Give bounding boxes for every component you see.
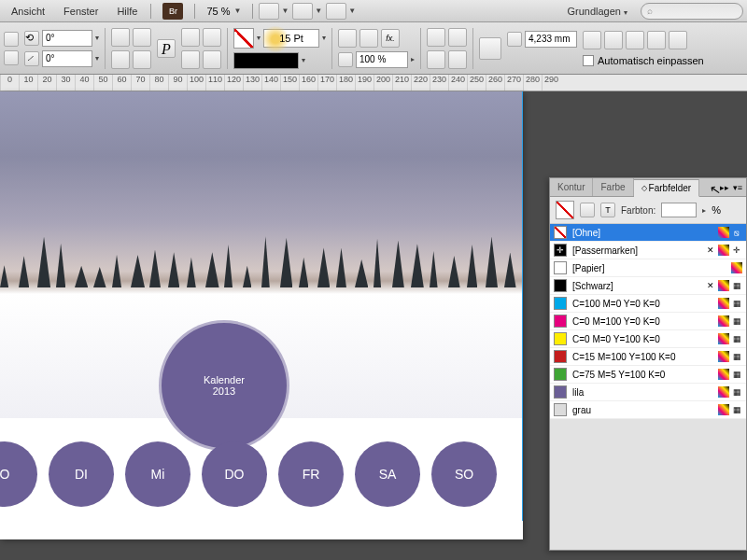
fill-swatch[interactable] bbox=[233, 52, 299, 69]
tint-unit: % bbox=[712, 204, 721, 216]
swatch-row[interactable]: C=75 M=5 Y=100 K=0▦ bbox=[550, 366, 746, 384]
menu-help[interactable]: Hilfe bbox=[109, 4, 145, 19]
colormode-icon bbox=[731, 262, 742, 273]
paragraph-icon[interactable]: P bbox=[157, 39, 176, 58]
colormode-icon bbox=[718, 280, 729, 291]
opacity-field[interactable]: 100 % bbox=[356, 51, 408, 68]
swatch-row[interactable]: C=15 M=100 Y=100 K=0▦ bbox=[550, 348, 746, 366]
rotate-cw-icon[interactable] bbox=[111, 28, 130, 47]
bridge-button[interactable]: Br bbox=[162, 3, 183, 20]
swatch-row[interactable]: [Papier] bbox=[550, 259, 746, 277]
swatch-row[interactable]: C=0 M=100 Y=0 K=0▦ bbox=[550, 313, 746, 330]
text-formatting-icon[interactable]: T bbox=[600, 203, 615, 217]
fx-button[interactable] bbox=[338, 29, 357, 48]
bleed-guide bbox=[518, 91, 523, 521]
fit-content-icon[interactable] bbox=[583, 31, 601, 49]
stroke-swatch[interactable] bbox=[233, 28, 254, 49]
fit-frame-icon[interactable] bbox=[604, 31, 623, 49]
tint-field[interactable] bbox=[661, 203, 697, 217]
select-container-icon[interactable] bbox=[181, 28, 200, 47]
title-circle: Kalender 2013 bbox=[159, 320, 289, 451]
view-mode-2[interactable] bbox=[292, 3, 313, 20]
arrange-button[interactable] bbox=[326, 3, 346, 20]
swatches-panel: Kontur Farbe Farbfelder ▸▸▾≡ T Farbton: … bbox=[549, 177, 747, 551]
text-wrap-1[interactable] bbox=[427, 28, 445, 47]
gap-icon bbox=[507, 32, 522, 47]
colormode-icon bbox=[718, 386, 729, 398]
flip-v-icon[interactable] bbox=[133, 50, 151, 69]
cursor-icon: ↖ bbox=[709, 181, 723, 198]
shear-icon: ⟋ bbox=[24, 51, 39, 66]
autofit-checkbox[interactable] bbox=[583, 55, 594, 66]
workspace-selector[interactable]: Grundlagen ▾ bbox=[557, 4, 637, 19]
horizontal-ruler[interactable]: 0102030405060708090100110120130140150160… bbox=[0, 75, 747, 91]
swatch-row[interactable]: [Schwarz]✕▦ bbox=[550, 277, 746, 295]
menu-bar: Ansicht Fenster Hilfe Br 75 %▼ ▼ ▼ ▼ Gru… bbox=[0, 0, 747, 22]
dimension-field[interactable]: 4,233 mm bbox=[525, 31, 577, 48]
day-circle: FR bbox=[278, 441, 344, 507]
day-circle: SO bbox=[431, 441, 497, 507]
tint-label: Farbton: bbox=[621, 205, 655, 216]
day-circle: DI bbox=[49, 441, 114, 507]
center-content-icon[interactable] bbox=[626, 31, 644, 49]
swatch-row[interactable]: grau▦ bbox=[550, 401, 746, 419]
swatch-list: [Ohne]⧅[Passermarken]✕✛[Papier][Schwarz]… bbox=[550, 224, 746, 419]
colormode-icon bbox=[718, 298, 729, 309]
fit-prop-icon[interactable] bbox=[647, 31, 666, 49]
tab-kontur[interactable]: Kontur bbox=[550, 178, 593, 196]
fx-text[interactable]: fx. bbox=[381, 29, 400, 48]
tab-farbe[interactable]: Farbe bbox=[593, 178, 633, 196]
colormode-icon bbox=[718, 404, 729, 415]
day-circle: O bbox=[0, 441, 37, 507]
day-circles-row: ODIMiDOFRSASO bbox=[0, 441, 497, 507]
container-formatting-icon[interactable] bbox=[580, 203, 595, 217]
day-circle: SA bbox=[355, 441, 420, 507]
stroke-weight[interactable]: 15 Pt bbox=[263, 29, 319, 48]
drop-shadow-icon[interactable] bbox=[359, 29, 378, 48]
ref-point-2[interactable] bbox=[4, 50, 19, 65]
zoom-level[interactable]: 75 %▼ bbox=[201, 4, 247, 19]
select-next-icon[interactable] bbox=[203, 50, 221, 69]
search-input[interactable]: ⌕ bbox=[641, 3, 743, 20]
page: Kalender 2013 ODIMiDOFRSASO bbox=[0, 91, 523, 539]
autofit-label: Automatisch einpassen bbox=[598, 55, 704, 66]
text-wrap-2[interactable] bbox=[448, 28, 467, 47]
ref-point[interactable] bbox=[4, 32, 19, 47]
menu-window[interactable]: Fenster bbox=[56, 4, 106, 19]
swatch-row[interactable]: lila▦ bbox=[550, 384, 746, 401]
colormode-icon bbox=[718, 351, 729, 362]
view-mode-1[interactable] bbox=[259, 3, 279, 20]
trees-silhouette bbox=[0, 231, 523, 287]
text-wrap-3[interactable] bbox=[427, 50, 445, 69]
menu-view[interactable]: Ansicht bbox=[4, 4, 52, 19]
day-circle: DO bbox=[202, 441, 267, 507]
colormode-icon bbox=[718, 245, 729, 256]
tab-farbfelder[interactable]: Farbfelder bbox=[634, 179, 700, 197]
fill-stroke-proxy[interactable] bbox=[556, 201, 574, 219]
colormode-icon bbox=[718, 227, 729, 238]
day-circle: Mi bbox=[125, 441, 190, 507]
select-content-icon[interactable] bbox=[203, 28, 221, 47]
control-panel: ⟲0°▾ ⟋0°▾ P ▾15 Pt▾ ▾ fx.100 %▸ 4,233 mm… bbox=[0, 22, 747, 75]
fill-prop-icon[interactable] bbox=[669, 31, 687, 49]
flip-h-icon[interactable] bbox=[111, 50, 130, 69]
colormode-icon bbox=[718, 333, 729, 344]
panel-menu-icon[interactable]: ▾≡ bbox=[733, 183, 742, 192]
swatch-row[interactable]: C=0 M=0 Y=100 K=0▦ bbox=[550, 330, 746, 348]
rotate-ccw-icon[interactable] bbox=[133, 28, 151, 47]
text-wrap-options[interactable] bbox=[448, 50, 467, 69]
rotate-icon: ⟲ bbox=[24, 31, 39, 46]
frame-fit-icon[interactable] bbox=[479, 37, 501, 60]
swatch-row[interactable]: C=100 M=0 Y=0 K=0▦ bbox=[550, 295, 746, 313]
opacity-icon bbox=[338, 52, 353, 67]
colormode-icon bbox=[718, 369, 729, 380]
shear-field[interactable]: 0° bbox=[42, 50, 92, 67]
swatch-row[interactable]: [Ohne]⧅ bbox=[550, 224, 746, 242]
select-prev-icon[interactable] bbox=[181, 50, 200, 69]
rotation-field[interactable]: 0° bbox=[42, 30, 92, 47]
swatch-row[interactable]: [Passermarken]✕✛ bbox=[550, 242, 746, 259]
colormode-icon bbox=[718, 315, 729, 327]
